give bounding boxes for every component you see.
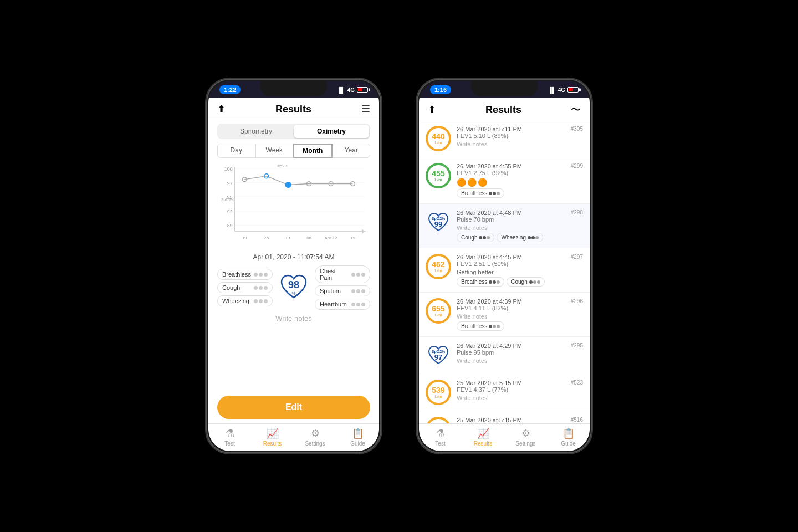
tab-settings-left[interactable]: ⚙ Settings — [294, 427, 336, 447]
tab-test-right[interactable]: ⚗ Test — [419, 427, 462, 447]
result-item-296[interactable]: 655 L/m 26 Mar 2020 at 4:39 PM #296 FEV1… — [419, 293, 590, 337]
period-month[interactable]: Month — [293, 144, 332, 158]
notch — [260, 81, 327, 96]
tab-results-right[interactable]: 📈 Results — [462, 427, 504, 447]
note-296[interactable]: Write notes — [457, 313, 583, 320]
header-298: 26 Mar 2020 at 4:48 PM #298 — [457, 209, 583, 216]
d2 — [493, 280, 496, 284]
chart-icon-right[interactable]: 〜 — [571, 103, 581, 116]
tag-label: Breathless — [461, 323, 487, 329]
date-297: 26 Mar 2020 at 4:45 PM — [457, 254, 522, 260]
tag-breathless-297[interactable]: Breathless — [457, 277, 504, 287]
tab-spirometry[interactable]: Spirometry — [218, 125, 294, 138]
badge-523: 539 L/m — [426, 380, 451, 405]
note-298[interactable]: Write notes — [457, 224, 583, 231]
result-item-295[interactable]: SpO2% 97 26 Mar 2020 at 4:29 PM #295 Pul… — [419, 337, 590, 374]
selected-date: Apr 01, 2020 - 11:07:54 AM — [208, 253, 379, 261]
header-299: 26 Mar 2020 at 4:55 PM #299 — [457, 163, 583, 170]
tab-label: Results — [474, 441, 492, 447]
menu-icon[interactable]: ☰ — [361, 103, 370, 115]
signal-icon: ▐▌ — [337, 87, 345, 93]
badge-305: 440 L/m — [426, 126, 451, 151]
badge-val-523: 539 — [432, 386, 444, 394]
notch-right — [471, 81, 538, 96]
edit-button[interactable]: Edit — [217, 396, 370, 419]
symptom-label: Wheezing — [222, 298, 249, 304]
d1 — [479, 236, 482, 239]
svg-text:97: 97 — [227, 181, 233, 186]
svg-text:#528: #528 — [277, 163, 287, 168]
note-305[interactable]: Write notes — [457, 141, 583, 147]
sub-296: FEV1 4.11 L (82%) — [457, 305, 583, 311]
tag-cough-297[interactable]: Cough — [507, 277, 544, 287]
share-icon-right[interactable]: ⬆ — [428, 104, 436, 116]
share-icon[interactable]: ⬆ — [217, 103, 226, 115]
test-icon: ⚗ — [226, 427, 234, 439]
result-item-298[interactable]: SpO2% 99 26 Mar 2020 at 4:48 PM #298 Pul… — [419, 204, 590, 248]
d1 — [528, 236, 531, 239]
result-item-523[interactable]: 539 L/m 25 Mar 2020 at 5:15 PM #523 FEV1… — [419, 374, 590, 411]
tag-wheezing-298[interactable]: Wheezing — [497, 233, 543, 242]
result-item-297[interactable]: 462 L/m 26 Mar 2020 at 4:45 PM #297 FEV1… — [419, 248, 590, 293]
symptom-sputum[interactable]: Sputum — [315, 285, 370, 296]
badge-val-305: 440 — [432, 132, 444, 140]
emoji1: 🟠 — [457, 178, 466, 187]
results-icon-right: 📈 — [477, 427, 489, 439]
tag-label: Cough — [511, 279, 527, 285]
write-notes[interactable]: Write notes — [208, 314, 379, 323]
symptom-label: Cough — [222, 284, 240, 291]
dot2 — [259, 299, 263, 303]
badge-val-297: 462 — [432, 260, 444, 268]
symptom-chest-pain[interactable]: Chest Pain — [315, 265, 370, 283]
header-516: 25 Mar 2020 at 5:15 PM #516 — [457, 417, 583, 423]
tag-breathless-299[interactable]: Breathless — [457, 188, 504, 198]
tags-296: Breathless — [457, 321, 583, 331]
d2 — [493, 325, 496, 328]
dot3 — [264, 299, 268, 303]
tab-guide-right[interactable]: 📋 Guide — [547, 427, 590, 447]
phones-container: 1:22 ▐▌ 4G ⬆ Results ☰ Spirometry O — [205, 78, 593, 454]
tag-label: Cough — [461, 234, 477, 241]
date-299: 26 Mar 2020 at 4:55 PM — [457, 163, 522, 170]
emoji3: 🟠 — [478, 178, 487, 187]
sub-297: FEV1 2.51 L (50%) — [457, 260, 583, 267]
tab-guide-left[interactable]: 📋 Guide — [336, 427, 379, 447]
info-516: 25 Mar 2020 at 5:15 PM #516 FEV1 7.39 L … — [457, 417, 583, 423]
period-day[interactable]: Day — [217, 144, 255, 158]
battery-icon — [357, 87, 368, 93]
screen-left: ⬆ Results ☰ Spirometry Oximetry Day Week… — [208, 98, 379, 451]
badge-unit-296: L/m — [434, 313, 442, 318]
date-296: 26 Mar 2020 at 4:39 PM — [457, 298, 522, 305]
tab-settings-right[interactable]: ⚙ Settings — [504, 427, 547, 447]
symptom-breathless[interactable]: Breathless — [217, 269, 273, 280]
right-phone: 1:16 ▐▌ 4G ⬆ Results 〜 — [416, 78, 593, 454]
dot1 — [254, 286, 258, 290]
svg-text:Apr 12: Apr 12 — [324, 236, 337, 241]
symptom-label: Chest Pain — [320, 268, 349, 281]
d3 — [497, 325, 500, 328]
period-week[interactable]: Week — [255, 144, 294, 158]
guide-icon: 📋 — [352, 427, 364, 439]
symptom-wheezing[interactable]: Wheezing — [217, 295, 273, 306]
page-title-right: Results — [485, 104, 521, 116]
result-item-516[interactable]: 535 L/m 25 Mar 2020 at 5:15 PM #516 FEV1… — [419, 411, 590, 423]
tag-breathless-296[interactable]: Breathless — [457, 321, 504, 331]
info-295: 26 Mar 2020 at 4:29 PM #295 Pulse 95 bpm… — [457, 342, 583, 366]
result-item-299[interactable]: 455 L/m 26 Mar 2020 at 4:55 PM #299 FEV1… — [419, 157, 590, 204]
badge-299: 455 L/m — [426, 163, 451, 188]
tab-test-left[interactable]: ⚗ Test — [208, 427, 251, 447]
result-item-305[interactable]: 440 L/m 26 Mar 2020 at 5:11 PM #305 FEV1… — [419, 120, 590, 157]
d3 — [537, 280, 540, 284]
dot1 — [254, 273, 258, 277]
symptom-heartburn[interactable]: Heartburn — [315, 299, 370, 310]
note-295[interactable]: Write notes — [457, 357, 583, 364]
date-295: 26 Mar 2020 at 4:29 PM — [457, 342, 522, 349]
tag-cough-298[interactable]: Cough — [457, 233, 494, 242]
note-523[interactable]: Write notes — [457, 395, 583, 401]
d3 — [497, 192, 500, 195]
symptom-cough[interactable]: Cough — [217, 282, 273, 293]
tab-oximetry[interactable]: Oximetry — [294, 125, 369, 138]
badge-298: SpO2% 99 — [426, 209, 451, 235]
tab-results-left[interactable]: 📈 Results — [251, 427, 294, 447]
period-year[interactable]: Year — [332, 144, 371, 158]
